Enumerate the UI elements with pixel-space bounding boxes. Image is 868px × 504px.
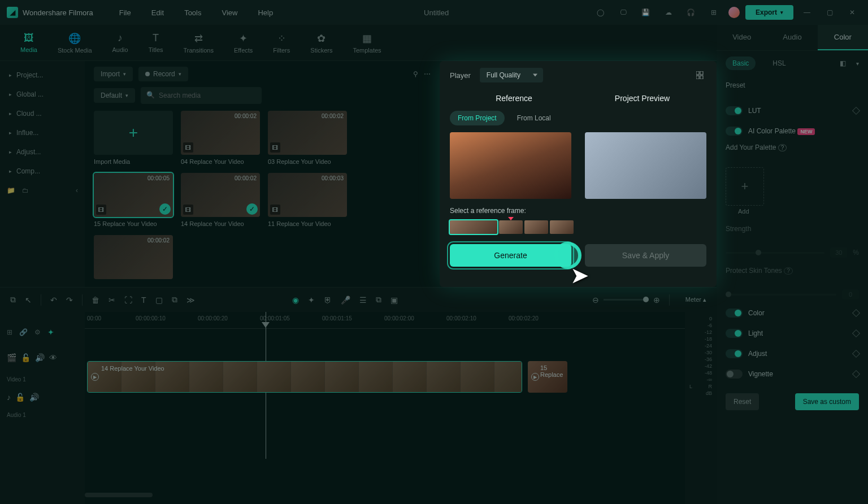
media-item[interactable]: 00:00:02🎞04 Replace Your Video — [181, 111, 260, 165]
audio-track-header[interactable]: ♪ 🔓 🔊 — [0, 384, 85, 411]
skin-value[interactable]: 0 — [842, 289, 859, 299]
save-apply-button[interactable]: Save & Apply — [585, 244, 706, 267]
lock-icon[interactable]: 🔓 — [15, 393, 25, 402]
media-item[interactable]: 00:00:02 — [94, 235, 173, 279]
tree-adjust[interactable]: Adjust... — [0, 142, 85, 162]
media-item[interactable]: 00:00:02🎞03 Replace Your Video — [268, 111, 347, 165]
tab-from-project[interactable]: From Project — [450, 111, 505, 125]
timeline-clip[interactable]: ▶ 14 Replace Your Video — [87, 361, 522, 393]
menu-edit[interactable]: Edit — [144, 8, 172, 17]
tab-from-local[interactable]: From Local — [509, 111, 559, 125]
maximize-icon[interactable]: ▢ — [822, 5, 837, 20]
tab-effects[interactable]: ✦Effects — [227, 29, 259, 57]
reset-button[interactable]: Reset — [726, 393, 759, 410]
tree-global[interactable]: Global ... — [0, 85, 85, 104]
generate-button[interactable]: Generate ➤ — [450, 244, 571, 267]
chevron-down-icon[interactable]: ▾ — [856, 60, 859, 67]
eye-icon[interactable]: 👁 — [49, 353, 57, 362]
compare-icon[interactable]: ◧ — [840, 59, 846, 67]
light-toggle[interactable] — [726, 329, 743, 338]
tab-stickers[interactable]: ✿Stickers — [303, 29, 339, 57]
reference-frame[interactable] — [450, 220, 497, 234]
keyframe-icon[interactable] — [852, 107, 860, 115]
tree-influence[interactable]: Influe... — [0, 123, 85, 142]
text-icon[interactable]: T — [141, 296, 146, 305]
reference-frame[interactable] — [524, 220, 548, 234]
minimize-icon[interactable]: — — [799, 5, 815, 20]
folder-add-icon[interactable]: 📁 — [7, 186, 15, 194]
import-media-card[interactable]: +Import Media — [94, 111, 173, 165]
subtab-basic[interactable]: Basic — [726, 57, 756, 70]
layout-icon[interactable] — [696, 71, 706, 79]
ruler[interactable]: 00:00 00:00:00:10 00:00:00:20 00:00:01:0… — [85, 312, 685, 329]
lut-toggle[interactable] — [726, 106, 743, 115]
help-icon[interactable]: ? — [784, 267, 793, 275]
collapse-icon[interactable]: ‹ — [76, 186, 78, 194]
zoom-in-icon[interactable]: ⊕ — [653, 296, 660, 305]
record-circle-icon[interactable]: ◉ — [292, 296, 299, 305]
tree-project[interactable]: Project... — [0, 66, 85, 85]
menu-help[interactable]: Help — [250, 8, 281, 17]
tab-filters[interactable]: ⁘Filters — [266, 29, 297, 57]
keyframe-icon[interactable] — [852, 329, 860, 337]
auto-icon[interactable]: ✦ — [47, 328, 54, 337]
frame-icon[interactable]: ▢ — [155, 296, 163, 305]
lock-icon[interactable]: 🔓 — [21, 353, 31, 362]
quality-select[interactable]: Full Quality — [480, 68, 543, 82]
track-add-icon[interactable]: ⊞ — [7, 328, 12, 336]
track-opts-icon[interactable]: ⚙ — [34, 328, 41, 336]
zoom-out-icon[interactable]: ⊖ — [592, 296, 599, 305]
keyframe-icon[interactable] — [852, 370, 860, 378]
tree-comp[interactable]: Comp... — [0, 162, 85, 181]
reference-frame[interactable] — [499, 220, 523, 234]
timeline-scrollbar[interactable] — [85, 493, 683, 497]
sparkle-icon[interactable]: ✦ — [308, 296, 315, 305]
inspector-tab-video[interactable]: Video — [717, 25, 767, 50]
media-item[interactable]: 00:00:02🎞✓14 Replace Your Video — [181, 173, 260, 227]
video-track-header[interactable]: 🎬 🔓 🔊 👁 — [0, 340, 85, 375]
link-icon[interactable]: ⧉ — [172, 295, 177, 305]
zoom-slider[interactable] — [604, 299, 649, 301]
save-icon[interactable]: 💾 — [638, 5, 654, 20]
pointer-icon[interactable]: ↖ — [25, 296, 32, 305]
crop-icon[interactable]: ⛶ — [124, 296, 132, 305]
timeline-clip[interactable]: ▶ 15 Replace — [528, 361, 567, 393]
inspector-tab-audio[interactable]: Audio — [767, 25, 817, 50]
mic-icon[interactable]: 🎤 — [341, 296, 350, 305]
color-toggle[interactable] — [726, 309, 743, 318]
apps-icon[interactable]: ⊞ — [706, 5, 722, 20]
more-tools-icon[interactable]: ≫ — [186, 296, 195, 305]
search-input[interactable] — [141, 87, 262, 104]
subtab-hsl[interactable]: HSL — [766, 57, 792, 70]
tab-stock-media[interactable]: 🌐Stock Media — [51, 29, 99, 57]
tab-templates[interactable]: ▦Templates — [346, 29, 388, 57]
strength-slider[interactable] — [726, 252, 824, 254]
meter-label[interactable]: Meter ▴ — [685, 296, 706, 303]
adjust-toggle[interactable] — [726, 349, 743, 358]
import-button[interactable]: Import▾ — [94, 67, 133, 81]
mute-icon[interactable]: 🔊 — [35, 353, 45, 362]
menu-view[interactable]: View — [214, 8, 245, 17]
export-button[interactable]: Export▾ — [745, 5, 793, 20]
keyframe-icon[interactable] — [852, 309, 860, 317]
marker-icon[interactable]: ▣ — [390, 296, 398, 305]
cloud-icon[interactable]: ☁ — [661, 5, 676, 20]
pip-icon[interactable]: ⧉ — [376, 295, 381, 305]
inspector-tab-color[interactable]: Color — [818, 25, 868, 50]
sort-button[interactable]: Default▾ — [94, 88, 135, 103]
menu-file[interactable]: File — [111, 8, 139, 17]
record-button[interactable]: Record▾ — [138, 67, 188, 81]
redo-icon[interactable]: ↷ — [66, 296, 73, 305]
tab-audio[interactable]: ♪Audio — [106, 29, 135, 57]
media-item[interactable]: 00:00:03🎞11 Replace Your Video — [268, 173, 347, 227]
tab-transitions[interactable]: ⇄Transitions — [177, 29, 220, 57]
reference-image[interactable] — [450, 132, 571, 199]
delete-icon[interactable]: 🗑 — [92, 296, 99, 305]
add-palette-button[interactable]: + — [726, 167, 764, 206]
magnet-icon[interactable]: ⧉ — [10, 295, 16, 305]
mute-icon[interactable]: 🔊 — [29, 393, 39, 402]
ai-color-toggle[interactable] — [726, 127, 743, 136]
headset-icon[interactable]: 🎧 — [683, 5, 699, 20]
tab-titles[interactable]: TTitles — [142, 29, 170, 57]
help-icon[interactable]: ? — [778, 144, 787, 151]
